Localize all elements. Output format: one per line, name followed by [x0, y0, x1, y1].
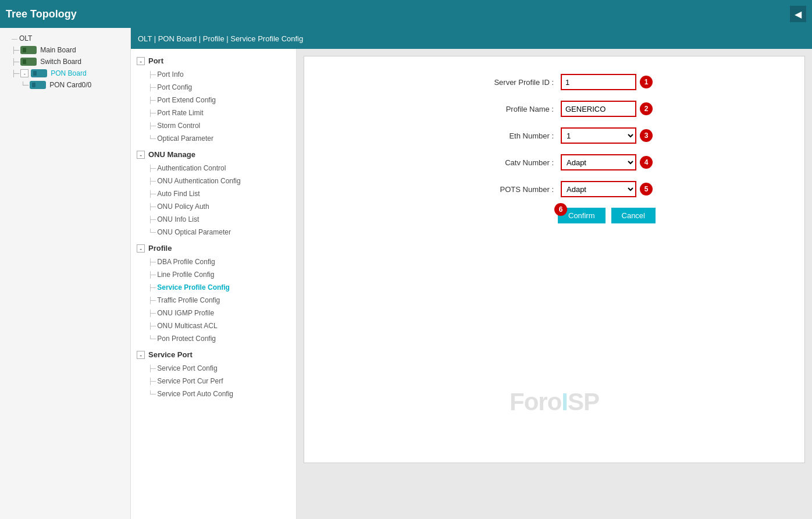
nav-section-onu-manage: - ONU Manage Authentication Control ONU …: [131, 147, 296, 239]
left-nav: - Port Port Info Port Config Port Extend…: [131, 49, 297, 519]
nav-item-onu-auth-config[interactable]: ONU Authentication Config: [131, 175, 296, 187]
nav-item-auto-find-list[interactable]: Auto Find List: [131, 187, 296, 200]
profile-name-row: Profile Name : 2: [316, 101, 793, 117]
nav-item-pon-protect-config[interactable]: Pon Protect Config: [131, 332, 296, 345]
sidebar-item-main-board[interactable]: ├─ Main Board: [0, 44, 130, 56]
step-badge-2: 2: [640, 102, 653, 115]
eth-number-field-wrap: 1 2 4 8 3: [561, 127, 653, 144]
pon-card-icon: [30, 81, 46, 89]
switch-board-icon: [20, 58, 37, 66]
eth-number-label: Eth Number :: [456, 131, 561, 140]
port-expand-icon[interactable]: -: [137, 57, 145, 65]
catv-number-row: Catv Number : Adapt 0 1 4: [316, 154, 793, 170]
nav-item-service-port-config[interactable]: Service Port Config: [131, 362, 296, 375]
step-badge-3: 3: [640, 129, 653, 142]
switch-board-label: Switch Board: [40, 58, 81, 66]
nav-item-dba-profile[interactable]: DBA Profile Config: [131, 255, 296, 268]
nav-section-profile-header[interactable]: - Profile: [131, 241, 296, 255]
nav-section-profile: - Profile DBA Profile Config Line Profil…: [131, 241, 296, 345]
pon-board-icon: [31, 69, 47, 77]
nav-item-line-profile[interactable]: Line Profile Config: [131, 268, 296, 281]
nav-item-onu-info-list[interactable]: ONU Info List: [131, 213, 296, 226]
watermark: ForoISP: [510, 388, 599, 416]
nav-section-service-port: - Service Port Service Port Config Servi…: [131, 347, 296, 400]
step-badge-4: 4: [640, 156, 653, 169]
nav-item-port-extend-config[interactable]: Port Extend Config: [131, 94, 296, 106]
tree-sidebar: — OLT ├─ Main Board ├─ Switch Board ├─ -…: [0, 28, 131, 519]
catv-number-field-wrap: Adapt 0 1 4: [561, 154, 653, 170]
pon-card-label: PON Card0/0: [49, 81, 91, 89]
pots-number-field-wrap: Adapt 0 1 2 5: [561, 181, 653, 197]
profile-section-label: Profile: [148, 244, 172, 253]
main-board-label: Main Board: [40, 46, 76, 54]
nav-section-port: - Port Port Info Port Config Port Extend…: [131, 54, 296, 145]
server-profile-id-row: Server Profile ID : 1: [316, 74, 793, 90]
nav-item-storm-control[interactable]: Storm Control: [131, 119, 296, 132]
nav-section-onu-header[interactable]: - ONU Manage: [131, 147, 296, 162]
header: Tree Topology ◀: [0, 0, 812, 28]
olt-label: OLT: [19, 34, 32, 42]
content-area: - Port Port Info Port Config Port Extend…: [131, 49, 812, 519]
nav-item-onu-optical-parameter[interactable]: ONU Optical Parameter: [131, 226, 296, 239]
breadcrumb-text: OLT | PON Board | Profile | Service Prof…: [138, 34, 303, 43]
server-profile-id-label: Server Profile ID :: [456, 78, 561, 87]
main-board-icon: [20, 46, 37, 54]
profile-name-field-wrap: 2: [561, 101, 653, 117]
cancel-button[interactable]: Cancel: [611, 208, 656, 223]
nav-item-service-profile[interactable]: Service Profile Config: [131, 281, 296, 294]
server-profile-id-input[interactable]: [561, 74, 636, 90]
nav-item-port-rate-limit[interactable]: Port Rate Limit: [131, 106, 296, 119]
onu-expand-icon[interactable]: -: [137, 151, 145, 159]
service-port-expand-icon[interactable]: -: [137, 351, 145, 359]
watermark-text: ForoISP: [510, 388, 599, 416]
step-badge-1: 1: [640, 76, 653, 88]
profile-name-input[interactable]: [561, 101, 636, 117]
nav-item-port-info[interactable]: Port Info: [131, 68, 296, 81]
nav-item-service-port-auto-config[interactable]: Service Port Auto Config: [131, 388, 296, 400]
pots-number-row: POTS Number : Adapt 0 1 2 5: [316, 181, 793, 197]
catv-number-select[interactable]: Adapt 0 1: [561, 154, 636, 170]
port-section-label: Port: [148, 56, 163, 65]
service-port-section-label: Service Port: [148, 350, 193, 359]
nav-item-port-config[interactable]: Port Config: [131, 81, 296, 94]
onu-section-label: ONU Manage: [148, 150, 195, 159]
server-profile-id-field-wrap: 1: [561, 74, 653, 90]
nav-item-traffic-profile[interactable]: Traffic Profile Config: [131, 294, 296, 307]
nav-item-onu-policy-auth[interactable]: ONU Policy Auth: [131, 200, 296, 213]
right-panel: Server Profile ID : 1 Profile Name : 2: [297, 49, 812, 519]
collapse-button[interactable]: ◀: [790, 6, 806, 22]
nav-item-optical-parameter[interactable]: Optical Parameter: [131, 132, 296, 145]
profile-name-label: Profile Name :: [456, 105, 561, 113]
step-badge-6: 6: [554, 203, 567, 216]
nav-item-onu-multicast-acl[interactable]: ONU Multicast ACL: [131, 319, 296, 332]
main-content: OLT | PON Board | Profile | Service Prof…: [131, 28, 812, 519]
sidebar-item-switch-board[interactable]: ├─ Switch Board: [0, 56, 130, 67]
pots-number-label: POTS Number :: [456, 185, 561, 194]
form-panel: Server Profile ID : 1 Profile Name : 2: [304, 56, 805, 463]
nav-item-service-port-cur-perf[interactable]: Service Port Cur Perf: [131, 375, 296, 388]
nav-section-port-header[interactable]: - Port: [131, 54, 296, 68]
sidebar-item-pon-card[interactable]: └─ PON Card0/0: [0, 79, 130, 91]
nav-section-service-port-header[interactable]: - Service Port: [131, 347, 296, 362]
buttons-wrap: Confirm Cancel 6: [558, 208, 656, 223]
sidebar-item-pon-board[interactable]: ├─ - PON Board: [0, 67, 130, 79]
pon-board-expand[interactable]: -: [20, 69, 29, 77]
nav-item-authentication-control[interactable]: Authentication Control: [131, 162, 296, 175]
app-title: Tree Topology: [6, 8, 790, 20]
eth-number-select[interactable]: 1 2 4 8: [561, 127, 636, 144]
step-badge-5: 5: [640, 183, 653, 195]
pots-number-select[interactable]: Adapt 0 1 2: [561, 181, 636, 197]
main-layout: — OLT ├─ Main Board ├─ Switch Board ├─ -…: [0, 28, 812, 519]
catv-number-label: Catv Number :: [456, 158, 561, 167]
pon-board-label: PON Board: [51, 69, 86, 77]
sidebar-item-olt[interactable]: — OLT: [0, 33, 130, 44]
nav-item-onu-igmp-profile[interactable]: ONU IGMP Profile: [131, 307, 296, 319]
profile-expand-icon[interactable]: -: [137, 244, 145, 253]
eth-number-row: Eth Number : 1 2 4 8 3: [316, 127, 793, 144]
breadcrumb: OLT | PON Board | Profile | Service Prof…: [131, 28, 812, 49]
form-buttons-row: Confirm Cancel 6: [316, 208, 793, 223]
